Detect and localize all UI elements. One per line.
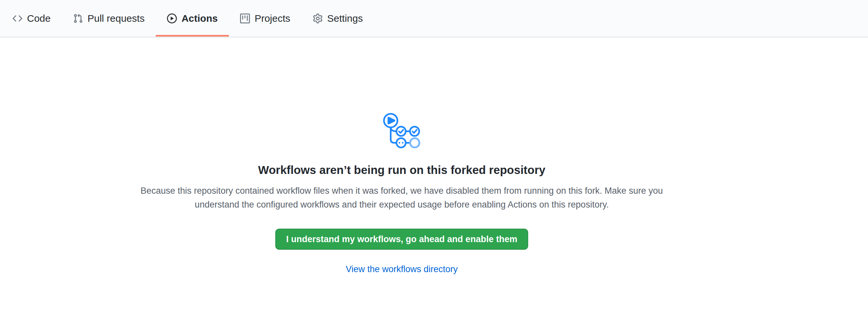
tab-projects[interactable]: Projects	[229, 0, 301, 37]
view-workflows-directory-link[interactable]: View the workflows directory	[346, 264, 458, 274]
tab-label: Code	[27, 13, 51, 23]
git-pull-request-icon	[73, 13, 83, 23]
play-icon	[167, 13, 177, 23]
repo-tab-bar: Code Pull requests Actions Projects Sett…	[0, 0, 868, 37]
tab-actions[interactable]: Actions	[156, 0, 229, 37]
view-link-row: View the workflows directory	[0, 264, 803, 274]
blankslate-description: Because this repository contained workfl…	[132, 184, 672, 212]
workflow-illustration-icon	[381, 112, 422, 149]
tab-label: Actions	[181, 13, 218, 23]
tab-label: Projects	[254, 13, 290, 23]
code-icon	[12, 13, 22, 23]
gear-icon	[313, 13, 323, 23]
tab-label: Settings	[327, 13, 363, 23]
page-title: Workflows aren’t being run on this forke…	[0, 163, 803, 177]
actions-disabled-blankslate: Workflows aren’t being run on this forke…	[0, 112, 803, 274]
tab-code[interactable]: Code	[1, 0, 62, 37]
tab-pull-requests[interactable]: Pull requests	[62, 0, 156, 37]
project-icon	[240, 13, 250, 23]
enable-button-row: I understand my workflows, go ahead and …	[0, 212, 803, 250]
enable-workflows-button[interactable]: I understand my workflows, go ahead and …	[275, 229, 528, 250]
tab-settings[interactable]: Settings	[302, 0, 374, 37]
tab-label: Pull requests	[88, 13, 145, 23]
